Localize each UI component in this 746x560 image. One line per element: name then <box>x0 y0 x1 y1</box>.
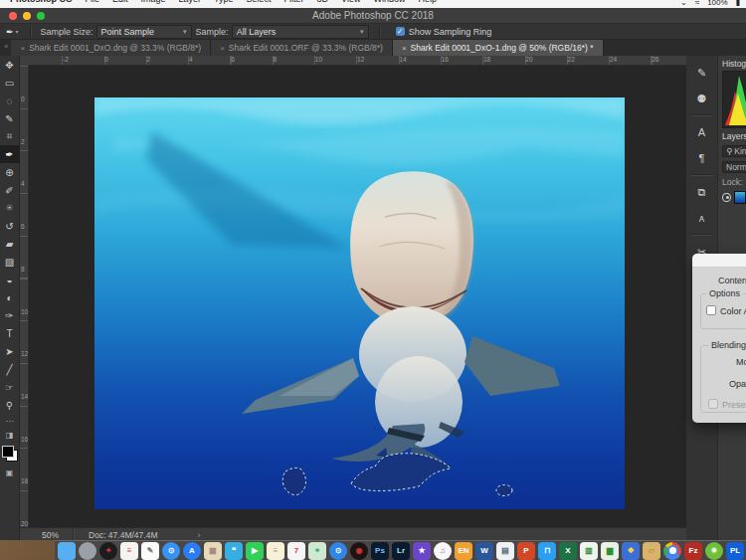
layer-thumbnail[interactable] <box>734 191 746 204</box>
pen-tool[interactable]: ✑ <box>0 306 20 324</box>
dock-app-itunes[interactable]: ♫ <box>434 542 452 560</box>
gradient-tool[interactable]: ▨ <box>0 253 20 271</box>
dock-app-siri[interactable] <box>79 542 96 560</box>
tab-close-icon[interactable]: × <box>220 44 225 53</box>
dodge-tool[interactable]: ◐ <box>0 288 20 306</box>
layers-search-field[interactable]: ⚲ Kind <box>722 145 746 157</box>
layer-visibility-eye-icon[interactable] <box>722 193 731 202</box>
show-sampling-ring-checkbox[interactable]: ✓ Show Sampling Ring <box>396 27 492 37</box>
histogram-panel-title[interactable]: Histogram <box>718 56 746 71</box>
sample-dropdown[interactable]: All Layers ▾ <box>232 25 369 39</box>
hand-tool[interactable]: ☞ <box>0 378 20 396</box>
dock-app-finder[interactable] <box>58 542 76 560</box>
layers-panel-title[interactable]: Layers <box>718 128 746 143</box>
line-tool[interactable]: ╱ <box>0 360 20 378</box>
menu-file[interactable]: File <box>86 0 100 4</box>
shark-image-canvas[interactable] <box>94 97 625 509</box>
dock-app-photos[interactable]: ▦ <box>204 542 222 560</box>
dock-app-numbers[interactable]: ▥ <box>580 542 598 560</box>
menu-image[interactable]: Image <box>141 0 166 4</box>
eyedropper-tool[interactable]: ✒ <box>0 145 20 163</box>
zoom-tool[interactable]: ⚲ <box>0 396 20 414</box>
menu-photoshop-cc[interactable]: Photoshop CC <box>10 0 73 4</box>
color-swatches[interactable] <box>2 446 18 462</box>
dock-app-pixelmator[interactable]: ★ <box>413 542 431 560</box>
dock-app-word[interactable]: W <box>475 542 493 560</box>
libraries-icon[interactable]: ⚉ <box>690 88 714 109</box>
adjustments-icon[interactable]: ⧉ <box>690 181 714 203</box>
menu-select[interactable]: Select <box>247 0 272 4</box>
zoom-level-field[interactable]: 50% <box>42 530 59 540</box>
document-tab-1[interactable]: ×Shark Edit 0001_DxO.dng @ 33.3% (RGB/8*… <box>11 40 211 56</box>
foreground-color-swatch[interactable] <box>2 446 14 458</box>
dock-app-chart-app[interactable]: ▆ <box>601 542 619 560</box>
dock-app-icq[interactable]: ✳ <box>705 542 723 560</box>
menu-type[interactable]: Type <box>214 0 234 4</box>
blur-tool[interactable]: ◒ <box>0 271 20 288</box>
character-icon[interactable]: A <box>690 121 714 143</box>
dock-app-calendar[interactable]: 7 <box>287 542 305 560</box>
dock-app-facetime[interactable]: ▶ <box>246 542 264 560</box>
layer-row[interactable] <box>718 189 746 206</box>
brush-settings-icon[interactable]: ✎ <box>690 62 714 84</box>
menu-layer[interactable]: Layer <box>179 0 202 4</box>
menu-edit[interactable]: Edit <box>112 0 128 4</box>
dock-app-folder[interactable]: ▱ <box>643 542 660 560</box>
dock-app-onedrive[interactable]: ▤ <box>496 542 514 560</box>
sample-size-dropdown[interactable]: Point Sample ▾ <box>96 25 192 39</box>
dock-app-reminders[interactable]: ≡ <box>120 542 138 560</box>
dock-app-safari[interactable]: ⊙ <box>162 542 180 560</box>
dock-app-maps[interactable]: ⌖ <box>308 542 326 560</box>
dock-app-app-store[interactable]: A <box>183 542 201 560</box>
dock-app-powerpoint[interactable]: P <box>517 542 535 560</box>
dock-app-notes[interactable]: ≡ <box>267 542 284 560</box>
menu-window[interactable]: Window <box>373 0 405 4</box>
menu-help[interactable]: Help <box>418 0 437 4</box>
lasso-tool[interactable]: ◌ <box>0 92 20 109</box>
tool-preset-picker[interactable]: ✒ ▾ <box>0 27 25 37</box>
clone-stamp-tool[interactable]: ⍟ <box>0 199 20 217</box>
marquee-tool[interactable]: ▭ <box>0 74 20 92</box>
wifi-icon[interactable]: ≈ <box>695 0 699 7</box>
spot-healing-tool[interactable]: ⊕ <box>0 163 20 181</box>
dock-app-filezilla[interactable]: Fz <box>684 542 702 560</box>
dock-app-chrome[interactable] <box>663 542 681 560</box>
type-tool[interactable]: T <box>0 324 20 342</box>
history-brush-tool[interactable]: ↺ <box>0 217 20 235</box>
tab-close-icon[interactable]: × <box>402 44 407 53</box>
status-chevron-icon[interactable]: › <box>197 530 200 540</box>
spotlight-icon[interactable]: ⌄ <box>680 0 687 7</box>
quick-mask-button[interactable]: ◨ <box>0 428 20 442</box>
dock-app-excel[interactable]: X <box>559 542 577 560</box>
eraser-tool[interactable]: ▰ <box>0 235 20 253</box>
document-tab-2[interactable]: ×Shark Edit 0001.ORF @ 33.3% (RGB/8*) <box>211 40 393 56</box>
blend-mode-dropdown[interactable]: Normal <box>722 161 746 173</box>
glyphs-icon[interactable]: ᴀ <box>690 207 714 229</box>
dock-app-media-player[interactable]: ◉ <box>350 542 368 560</box>
document-tab-3[interactable]: ×Shark Edit 0001_DxO-1.dng @ 50% (RGB/16… <box>393 40 604 56</box>
brush-tool[interactable]: ✐ <box>0 181 20 199</box>
tab-overflow-icon[interactable]: « <box>0 40 11 56</box>
dock-app-color-box[interactable]: ❖ <box>622 542 640 560</box>
tab-close-icon[interactable]: × <box>20 44 25 53</box>
dock-app-textedit[interactable]: ✎ <box>141 542 159 560</box>
menu-view[interactable]: View <box>341 0 360 4</box>
dock-app-pl-app[interactable]: PL <box>726 542 744 560</box>
edit-toolbar-button[interactable]: ⋯ <box>0 414 20 428</box>
path-selection-tool[interactable]: ➤ <box>0 342 20 360</box>
menu-filter[interactable]: Filter <box>284 0 304 4</box>
quick-selection-tool[interactable]: ✎ <box>0 109 20 127</box>
dock-app-compass-app[interactable]: ⊙ <box>329 542 347 560</box>
menu-3d[interactable]: 3D <box>317 0 329 4</box>
dock-app-keynote[interactable]: ⊓ <box>538 542 556 560</box>
crop-tool[interactable]: ⌗ <box>0 127 20 145</box>
dock-app-translator[interactable]: EN <box>455 542 472 560</box>
dock-app-lightroom[interactable]: Lr <box>392 542 410 560</box>
screen-mode-button[interactable]: ▣ <box>0 466 20 479</box>
move-tool[interactable]: ✥ <box>0 56 20 74</box>
color-adaptation-checkbox[interactable]: Color Adaptation <box>706 305 746 316</box>
paragraph-icon[interactable]: ¶ <box>690 147 714 169</box>
dock-app-photoshop[interactable]: Ps <box>371 542 389 560</box>
dock-app-launchpad[interactable]: ✦ <box>99 542 117 560</box>
dock-app-messages[interactable]: ❝ <box>225 542 243 560</box>
